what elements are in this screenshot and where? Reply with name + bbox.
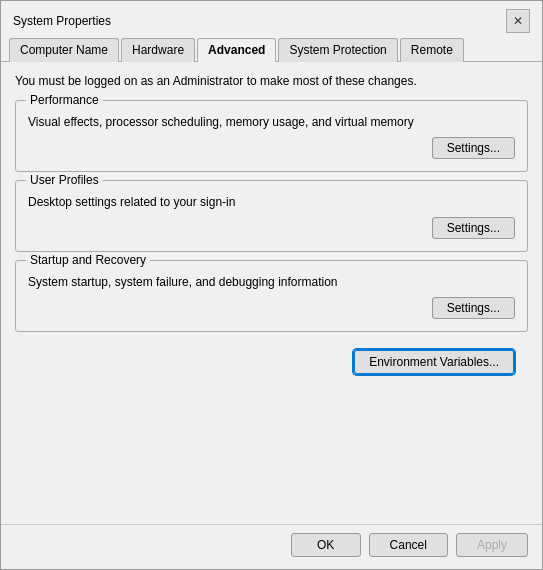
tab-bar: Computer Name Hardware Advanced System P… xyxy=(1,33,542,62)
dialog-title: System Properties xyxy=(13,14,111,28)
tab-computer-name[interactable]: Computer Name xyxy=(9,38,119,62)
title-bar: System Properties ✕ xyxy=(1,1,542,33)
environment-variables-button[interactable]: Environment Variables... xyxy=(354,350,514,374)
tab-hardware[interactable]: Hardware xyxy=(121,38,195,62)
ok-button[interactable]: OK xyxy=(291,533,361,557)
cancel-button[interactable]: Cancel xyxy=(369,533,448,557)
system-properties-dialog: System Properties ✕ Computer Name Hardwa… xyxy=(0,0,543,570)
startup-recovery-label: Startup and Recovery xyxy=(26,253,150,267)
tab-remote[interactable]: Remote xyxy=(400,38,464,62)
user-profiles-section: User Profiles Desktop settings related t… xyxy=(15,180,528,252)
close-button[interactable]: ✕ xyxy=(506,9,530,33)
bottom-bar: OK Cancel Apply xyxy=(1,524,542,569)
performance-section: Performance Visual effects, processor sc… xyxy=(15,100,528,172)
admin-note: You must be logged on as an Administrato… xyxy=(15,74,528,88)
env-container: Environment Variables... xyxy=(15,340,528,378)
performance-text: Visual effects, processor scheduling, me… xyxy=(28,115,515,129)
performance-settings-button[interactable]: Settings... xyxy=(432,137,515,159)
tab-advanced[interactable]: Advanced xyxy=(197,38,276,62)
user-profiles-label: User Profiles xyxy=(26,173,103,187)
user-profiles-settings-button[interactable]: Settings... xyxy=(432,217,515,239)
user-profiles-text: Desktop settings related to your sign-in xyxy=(28,195,515,209)
performance-label: Performance xyxy=(26,93,103,107)
startup-recovery-settings-button[interactable]: Settings... xyxy=(432,297,515,319)
startup-recovery-text: System startup, system failure, and debu… xyxy=(28,275,515,289)
tab-content: You must be logged on as an Administrato… xyxy=(1,62,542,524)
tab-system-protection[interactable]: System Protection xyxy=(278,38,397,62)
apply-button[interactable]: Apply xyxy=(456,533,528,557)
startup-recovery-section: Startup and Recovery System startup, sys… xyxy=(15,260,528,332)
